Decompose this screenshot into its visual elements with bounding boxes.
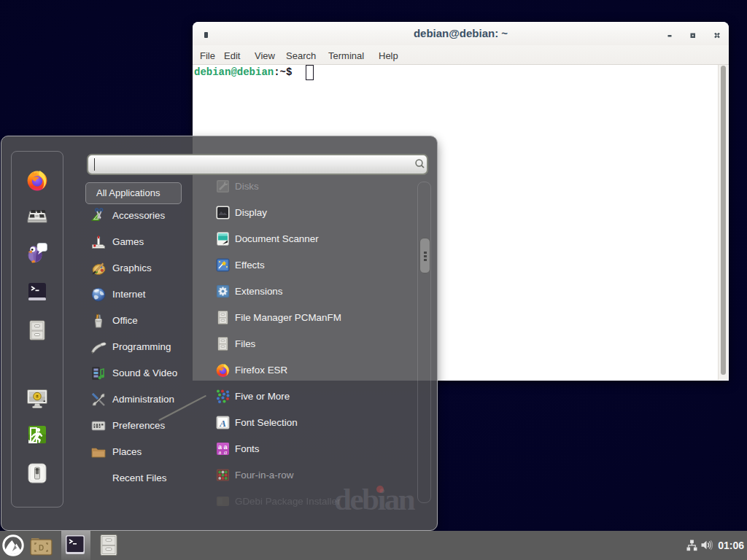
- svg-text:a: a: [224, 448, 227, 456]
- svg-text:D: D: [39, 544, 44, 552]
- svg-text:a: a: [219, 448, 222, 456]
- svg-text:A: A: [219, 418, 226, 429]
